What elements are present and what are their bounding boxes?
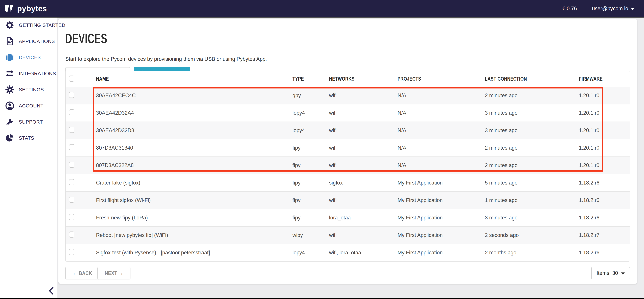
code-document-icon [5, 36, 14, 46]
cell-networks: wifi [329, 110, 398, 116]
cell-name: Reboot [new pybytes lib] (WiFi) [96, 232, 292, 238]
table-row[interactable]: 807D3AC322A8fipywifiN/A2 minutes ago1.20… [66, 156, 630, 174]
column-header-networks: NETWORKS [329, 76, 398, 82]
cell-firmware: 1.18.2.r6 [579, 180, 630, 186]
cog-burst-icon [5, 20, 14, 30]
items-per-page-dropdown[interactable]: Items: 30 [591, 267, 630, 279]
wrench-icon [5, 117, 14, 126]
cell-type: lopy4 [292, 110, 329, 116]
cell-last-connection: 2 seconds ago [485, 232, 579, 238]
table-header-row: NAME TYPE NETWORKS PROJECTS LAST CONNECT… [66, 71, 630, 87]
row-checkbox[interactable] [69, 92, 74, 98]
row-checkbox[interactable] [69, 109, 74, 115]
table-row[interactable]: Reboot [new pybytes lib] (WiFi)wipywifiM… [66, 226, 630, 244]
chevron-left-icon [48, 287, 54, 295]
sidebar-item-getting-started[interactable]: GETTING STARTED [0, 17, 57, 33]
row-checkbox[interactable] [69, 162, 74, 168]
cell-type: fipy [292, 180, 329, 186]
cell-networks: lora_otaa [329, 215, 398, 221]
sidebar-item-integrations[interactable]: INTEGRATIONS [0, 66, 57, 82]
table-row[interactable]: 30AEA42D32A4lopy4wifiN/A3 minutes ago1.2… [66, 104, 630, 122]
cell-last-connection: 2 minutes ago [485, 145, 579, 151]
row-checkbox[interactable] [69, 232, 74, 238]
cell-last-connection: 2 minutes ago [485, 92, 579, 98]
cell-last-connection: 3 minutes ago [485, 110, 579, 116]
cell-firmware: 1.18.2.r6 [579, 215, 630, 221]
row-checkbox[interactable] [69, 179, 74, 185]
table-row[interactable]: Sigfox-test (with Pysense) - [pastoor pe… [66, 244, 630, 261]
table-row[interactable]: Fresh-new-fipy (LoRa)fipylora_otaaMy Fir… [66, 209, 630, 226]
pie-chart-icon [5, 133, 14, 143]
table-row[interactable]: Crater-lake (sigfox)fipysigfoxMy First A… [66, 174, 630, 192]
cell-firmware: 1.18.2.r6 [579, 250, 630, 256]
cell-projects: My First Application [398, 250, 485, 256]
cell-networks: wifi [329, 197, 398, 203]
screen-bottom-edge [0, 298, 644, 299]
table-row[interactable]: First flight sigfox (Wi-Fi)fipywifiMy Fi… [66, 192, 630, 209]
column-header-projects: PROJECTS [398, 76, 485, 82]
sidebar-item-label: DEVICES [19, 55, 41, 60]
sidebar-item-label: SUPPORT [19, 119, 43, 125]
cell-type: lopy4 [292, 128, 329, 134]
next-button[interactable]: NEXT → [97, 267, 130, 279]
devices-table: NAME TYPE NETWORKS PROJECTS LAST CONNECT… [65, 71, 630, 262]
cell-last-connection: 1 minutes ago [485, 197, 579, 203]
column-header-last-connection: LAST CONNECTION [485, 76, 579, 82]
cell-projects: My First Application [398, 215, 485, 221]
sidebar-item-devices[interactable]: DEVICES [0, 49, 57, 66]
cell-firmware: 1.20.1.r0 [579, 162, 630, 168]
sidebar-item-label: INTEGRATIONS [19, 71, 56, 76]
sidebar-item-stats[interactable]: STATS [0, 130, 57, 146]
cell-name: 807D3AC322A8 [96, 162, 292, 168]
cell-last-connection: 2 minutes ago [485, 162, 579, 168]
pybytes-logo: pybytes [5, 4, 47, 13]
cell-networks: wifi [329, 162, 398, 168]
cell-firmware: 1.18.2.r7 [579, 232, 630, 238]
sidebar-collapse-button[interactable] [45, 285, 57, 297]
cell-type: lopy4 [292, 250, 329, 256]
row-checkbox[interactable] [69, 144, 74, 150]
sidebar-item-label: SETTINGS [19, 87, 44, 92]
user-menu[interactable]: user@pycom.io [592, 6, 634, 12]
cell-networks: wifi [329, 145, 398, 151]
cell-networks: sigfox [329, 180, 398, 186]
sidebar-item-account[interactable]: ACCOUNT [0, 98, 57, 114]
cell-type: wipy [292, 232, 329, 238]
cell-name: 807D3AC31340 [96, 145, 292, 151]
cell-projects: My First Application [398, 197, 485, 203]
row-checkbox[interactable] [69, 127, 74, 133]
row-checkbox[interactable] [69, 214, 74, 220]
back-button[interactable]: ← BACK [65, 267, 100, 279]
sidebar-item-label: GETTING STARTED [19, 22, 65, 28]
cell-name: Fresh-new-fipy (LoRa) [96, 215, 292, 221]
table-row[interactable]: 30AEA42D32D8lopy4wifiN/A3 minutes ago1.2… [66, 122, 630, 139]
table-row[interactable]: 30AEA42CEC4CgpywifiN/A2 minutes ago1.20.… [66, 87, 630, 104]
account-balance: € 0.76 [562, 6, 577, 12]
user-icon [5, 101, 14, 110]
sidebar-item-support[interactable]: SUPPORT [0, 114, 57, 130]
sidebar-item-settings[interactable]: SETTINGS [0, 82, 57, 98]
cell-last-connection: 3 minutes ago [485, 128, 579, 134]
swap-arrows-icon [5, 69, 14, 78]
cell-networks: wifi [329, 128, 398, 134]
cell-name: Crater-lake (sigfox) [96, 180, 292, 186]
select-all-checkbox[interactable] [69, 76, 74, 82]
cell-firmware: 1.20.1.r0 [579, 128, 630, 134]
cell-type: fipy [292, 197, 329, 203]
cell-networks: wifi, lora_otaa [329, 250, 398, 256]
cell-name: 30AEA42D32A4 [96, 110, 292, 116]
table-row[interactable]: 807D3AC31340fipywifiN/A2 minutes ago1.20… [66, 139, 630, 156]
row-checkbox[interactable] [69, 196, 74, 203]
cell-projects: My First Application [398, 232, 485, 238]
cell-projects: N/A [398, 162, 485, 168]
chevron-down-icon [621, 272, 625, 275]
cell-type: gpy [292, 92, 329, 98]
sidebar-item-label: STATS [19, 135, 34, 141]
chip-icon [5, 53, 14, 62]
row-checkbox[interactable] [69, 249, 74, 255]
column-header-firmware: FIRMWARE [579, 76, 630, 82]
chevron-down-icon [631, 8, 634, 10]
sidebar-item-applications[interactable]: APPLICATIONS [0, 33, 57, 49]
sidebar: GETTING STARTED APPLICATIONS DEVICES [0, 17, 57, 298]
cell-firmware: 1.18.2.r6 [579, 197, 630, 203]
